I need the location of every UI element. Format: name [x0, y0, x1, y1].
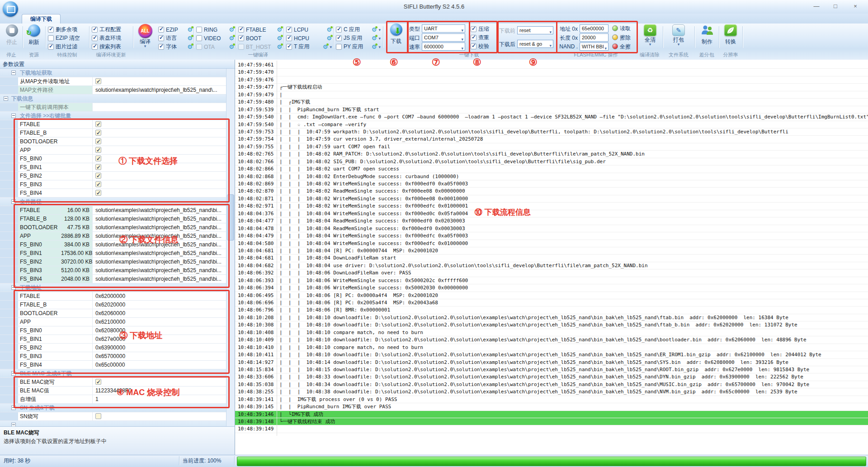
- collapse-icon[interactable]: [11, 71, 16, 75]
- chevron-down-icon[interactable]: ▾: [378, 28, 381, 32]
- log-row[interactable]: 10:47:59:480| ┌IMG下载: [235, 99, 868, 106]
- log-row[interactable]: 10:48:39:149: [235, 425, 868, 433]
- chevron-down-icon[interactable]: ▾: [665, 43, 693, 46]
- log-row[interactable]: 10:48:06:796| | | 10:48:06 [R] BMR: 0x00…: [235, 307, 868, 314]
- project-config-checkbox[interactable]: [92, 27, 98, 33]
- video-checkbox[interactable]: [196, 35, 202, 41]
- gear-icon[interactable]: ⚙: [372, 44, 377, 50]
- log-row[interactable]: 10:47:59:754| | | 10:47:59 cur version 3…: [235, 136, 868, 143]
- close-button[interactable]: ×: [848, 2, 863, 11]
- make-button[interactable]: 制作: [696, 24, 718, 45]
- refresh-button[interactable]: ↻ 刷新: [24, 24, 44, 45]
- chevron-down-icon[interactable]: ▾: [330, 45, 332, 49]
- lcpu-checkbox[interactable]: [286, 27, 292, 33]
- log-row[interactable]: 10:47:59:755| | | 10:47:59 uart COM7 ope…: [235, 143, 868, 151]
- gear-icon[interactable]: ⚙: [229, 27, 234, 33]
- chevron-down-icon[interactable]: ▾: [378, 36, 381, 41]
- font-checkbox[interactable]: [158, 44, 164, 50]
- log-row[interactable]: 10:48:02:766| | | 10:48:02 SIG_PUB: D:\s…: [235, 158, 868, 165]
- log-row[interactable]: 10:47:59:461: [235, 61, 868, 69]
- compile-all-button[interactable]: ALL 编译 ▾: [135, 24, 156, 47]
- log-row[interactable]: 10:48:06:696| | | 10:48:06 [R] PC: 0x200…: [235, 299, 868, 307]
- gear-icon[interactable]: ⚙: [372, 35, 377, 41]
- gear-icon[interactable]: ⚙: [187, 27, 193, 33]
- log-row[interactable]: 10:48:02:869| | | 10:48:02 WriteMemSingl…: [235, 180, 868, 188]
- gear-icon[interactable]: ⚙: [229, 35, 234, 41]
- t-app-checkbox[interactable]: [286, 44, 292, 50]
- param-row-read-addr-from-map[interactable]: 从MAP文件读取地址: [0, 77, 226, 86]
- log-row[interactable]: 10:48:06:393| | | 10:48:06 WriteMemSingl…: [235, 277, 868, 284]
- section-download-info[interactable]: 下载信息: [0, 94, 226, 103]
- py-app-checkbox[interactable]: [336, 44, 342, 50]
- log-row[interactable]: 10:48:02:870| | | 10:48:02 ReadMemSingle…: [235, 188, 868, 195]
- remove-extra-checkbox[interactable]: [48, 27, 54, 33]
- log-row[interactable]: 10:48:38:255| | | 10:48:38 downloadfile:…: [235, 388, 868, 396]
- gear-icon[interactable]: ⚙: [277, 35, 282, 41]
- gear-icon[interactable]: ⚙: [326, 35, 332, 41]
- ring-checkbox[interactable]: [196, 27, 202, 33]
- log-row[interactable]: 10:48:33:606| | | 10:48:33 downloadfile:…: [235, 373, 868, 381]
- log-row[interactable]: 10:48:04:376| | | 10:48:04 WriteMemSingl…: [235, 210, 868, 217]
- log-row[interactable]: 10:48:04:479| | | 10:48:04 WriteMemSingl…: [235, 232, 868, 240]
- clear-all-button[interactable]: ♻ 全清 ▾: [638, 24, 662, 46]
- ezip-checkbox[interactable]: [158, 27, 164, 33]
- log-row[interactable]: 10:48:14:927| | | 10:48:14 downloadfile:…: [235, 359, 868, 366]
- convert-button[interactable]: 转换: [720, 24, 741, 45]
- gear-icon[interactable]: ⚙: [187, 44, 193, 50]
- gear-icon[interactable]: ⚙: [323, 44, 328, 50]
- log-row[interactable]: 10:47:59:539| | PipRuncmd_burn IMG下载 sta…: [235, 106, 868, 113]
- package-button[interactable]: ✎ 打包 ▾: [665, 24, 693, 46]
- log-row[interactable]: 10:47:59:540| | cmd: ImgDownUart.exe —fu…: [235, 113, 868, 121]
- gear-icon[interactable]: ⚙: [372, 27, 377, 33]
- log-row[interactable]: 10:48:10:410| | | 10:48:10 compare match…: [235, 344, 868, 351]
- log-row[interactable]: 10:48:04:477| | | 10:48:04 ReadMemSingle…: [235, 217, 868, 225]
- log-row[interactable]: 10:48:39:146| └IMG下载 成功: [235, 411, 868, 418]
- log-row[interactable]: 10:48:39:145| | PipRuncmd_burn IMG下载 ove…: [235, 403, 868, 410]
- log-row[interactable]: 10:48:10:411| | | 10:48:10 downloadfile:…: [235, 351, 868, 359]
- param-row-sn-burn[interactable]: SN烧写: [0, 412, 226, 421]
- gear-icon[interactable]: ⚙: [187, 35, 193, 41]
- hcpu-checkbox[interactable]: [286, 35, 292, 41]
- log-row[interactable]: 10:47:59:477┌一键下载线程启动: [235, 84, 868, 91]
- watchface-env-checkbox[interactable]: [92, 35, 98, 41]
- chevron-down-icon[interactable]: ▾: [135, 45, 156, 47]
- search-list-checkbox[interactable]: [92, 44, 98, 50]
- minimize-button[interactable]: —: [809, 2, 824, 11]
- gear-icon[interactable]: ⚙: [277, 27, 282, 33]
- log-row[interactable]: 10:48:02:868| | | 10:48:02 EnterDebugMod…: [235, 173, 868, 180]
- language-checkbox[interactable]: [158, 35, 164, 41]
- gear-icon[interactable]: ⚙: [277, 44, 282, 50]
- chevron-down-icon[interactable]: ▾: [638, 43, 662, 46]
- log-row[interactable]: 10:48:02:971| | | 10:48:02 WriteMemSingl…: [235, 203, 868, 210]
- ftable-checkbox[interactable]: [238, 27, 244, 33]
- chevron-down-icon[interactable]: ▾: [378, 45, 381, 49]
- log-row[interactable]: 10:48:04:681| | | 10:48:04 [R] PC: 0x000…: [235, 247, 868, 255]
- log-row[interactable]: 10:48:35:038| | | 10:48:34 downloadfile:…: [235, 381, 868, 388]
- log-row[interactable]: 10:48:10:408| | | 10:48:10 compare match…: [235, 329, 868, 336]
- log-row[interactable]: 10:47:59:479|: [235, 91, 868, 99]
- section-download-addr-fetch[interactable]: 下载地址获取: [0, 69, 226, 77]
- log-row[interactable]: 10:48:04:580| | | 10:48:04 WriteMemSingl…: [235, 240, 868, 247]
- log-row[interactable]: 10:47:59:476: [235, 76, 868, 84]
- c-app-checkbox[interactable]: [336, 27, 342, 33]
- tab-compile-download[interactable]: 编译下载: [22, 14, 61, 24]
- log-row[interactable]: 10:47:59:753| | | 10:47:59 workpath: D:\…: [235, 128, 868, 136]
- collapse-icon[interactable]: [11, 423, 16, 426]
- ezip-clear-checkbox[interactable]: [48, 35, 54, 41]
- app-icon[interactable]: [3, 1, 18, 17]
- ota-checkbox[interactable]: [196, 44, 202, 50]
- stop-button[interactable]: 停止: [2, 24, 22, 45]
- read-addr-from-map-checkbox[interactable]: [95, 78, 101, 84]
- log-row[interactable]: 10:47:59:470: [235, 69, 868, 76]
- gear-icon[interactable]: ⚙: [326, 27, 332, 33]
- log-row[interactable]: 10:48:02:871| | | 10:48:02 WriteMemSingl…: [235, 195, 868, 203]
- log-row[interactable]: 10:48:10:208| | | 10:48:10 downloadfile:…: [235, 314, 868, 321]
- param-row-map-file-path[interactable]: MAP文件路径solution\examples\watch\project\e…: [0, 86, 226, 94]
- log-row[interactable]: 10:48:10:308| | | 10:48:10 downloadfile:…: [235, 321, 868, 329]
- collapse-icon[interactable]: [4, 96, 8, 101]
- log-row[interactable]: 10:48:06:392| | | 10:48:06 DownLoadFileR…: [235, 269, 868, 277]
- log-row[interactable]: 10:47:59:540| | ☆ .txt —compare —verify: [235, 121, 868, 128]
- log-row[interactable]: 10:48:10:409| | | 10:48:10 downloadfile:…: [235, 336, 868, 344]
- log-row[interactable]: 10:48:02:765| | | 10:48:02 RAM_PATCH: D:…: [235, 151, 868, 158]
- log-row[interactable]: 10:48:04:682| | | 10:48:04 use driver: D…: [235, 262, 868, 269]
